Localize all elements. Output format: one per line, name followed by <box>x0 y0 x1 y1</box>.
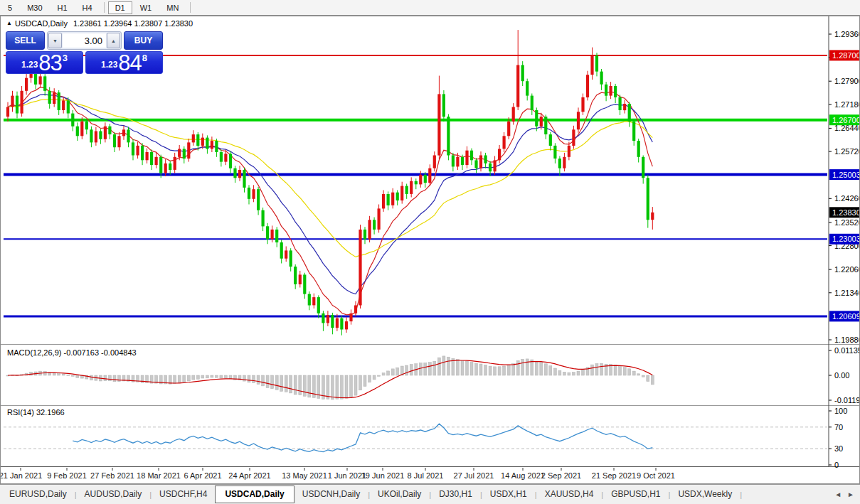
macd-histogram-bar <box>619 366 622 375</box>
collapse-triangle-icon[interactable]: ▲ <box>6 20 12 26</box>
candle-body <box>253 189 255 199</box>
candle-body <box>62 100 65 110</box>
volume-stepper: ▼ ▲ <box>47 31 122 50</box>
candle-body <box>243 170 245 188</box>
buy-price-cell[interactable]: 1.23 84 8 <box>85 51 163 74</box>
macd-histogram-bar <box>558 370 561 375</box>
rsi-tick-label: 70 <box>834 423 843 431</box>
candle-body <box>452 156 455 167</box>
chart-tab-gbpusd-h1[interactable]: GBPUSD,H1 <box>603 486 668 503</box>
candle-body <box>577 112 580 129</box>
candle-body <box>257 189 260 210</box>
candle-body <box>76 127 79 136</box>
macd-histogram-bar <box>475 363 478 375</box>
date-tick-label: 19 Jun 2021 <box>361 471 405 480</box>
candle-body <box>498 149 501 161</box>
date-tick-label: 27 Jul 2021 <box>454 471 494 480</box>
candle-body <box>544 117 547 134</box>
chart-tab-eurusd-daily[interactable]: EURUSD,Daily <box>1 486 75 503</box>
timeframe-button-h1[interactable]: H1 <box>51 1 75 14</box>
timeframe-button-mn[interactable]: MN <box>159 1 186 14</box>
candle-body <box>238 170 241 178</box>
date-tick-label: 21 Sep 2021 <box>592 471 636 480</box>
timeframe-button-m30[interactable]: M30 <box>20 1 49 14</box>
macd-histogram-bar <box>211 375 213 377</box>
candle-body <box>206 138 208 149</box>
candle-body <box>479 156 482 168</box>
macd-histogram-bar <box>345 375 348 398</box>
macd-histogram-bar <box>614 365 617 375</box>
macd-histogram-bar <box>303 375 306 396</box>
date-tick-label: 27 Feb 2021 <box>90 471 134 480</box>
timeframe-button-w1[interactable]: W1 <box>133 1 159 14</box>
macd-histogram-bar <box>507 365 510 376</box>
rsi-tick-label: 30 <box>834 444 843 453</box>
buy-price-prefix: 1.23 <box>101 60 117 70</box>
chart-tab-usdx-weekly[interactable]: USDX,Weekly <box>670 486 740 503</box>
macd-histogram-bar <box>623 368 626 375</box>
macd-histogram-bar <box>104 375 107 381</box>
chart-tab-usdchf-h4[interactable]: USDCHF,H4 <box>152 486 215 503</box>
sell-price-cell[interactable]: 1.23 83 3 <box>6 51 83 74</box>
candle-body <box>48 91 51 104</box>
rsi-tick-label: 0 <box>834 461 839 469</box>
candle-body <box>484 156 487 163</box>
buy-button[interactable]: BUY <box>124 31 163 50</box>
macd-histogram-bar <box>647 375 649 382</box>
timeframe-button-h4[interactable]: H4 <box>75 1 100 14</box>
pane-separator[interactable] <box>1 405 859 406</box>
macd-histogram-bar <box>257 375 260 385</box>
pane-separator[interactable] <box>1 344 859 345</box>
candle-body <box>516 65 519 107</box>
chart-symbol-label: USDCAD,Daily <box>15 19 68 28</box>
candle-body <box>39 76 42 84</box>
sell-price-main: 83 <box>38 53 61 73</box>
candle-body <box>428 168 431 183</box>
candle-body <box>568 146 570 157</box>
timeframe-button-d1[interactable]: D1 <box>108 1 132 14</box>
pane-separator[interactable] <box>1 466 859 467</box>
candle-body <box>637 141 640 157</box>
macd-histogram-bar <box>544 364 547 375</box>
candle-body <box>345 321 348 329</box>
chart-tab-xauusd-h4[interactable]: XAUUSD,H4 <box>537 486 602 503</box>
candle-body <box>290 250 292 267</box>
chart-tab-audusd-daily[interactable]: AUDUSD,Daily <box>77 486 150 503</box>
candle-body <box>563 157 566 168</box>
candle-body <box>317 297 320 313</box>
candle-body <box>494 160 497 171</box>
macd-histogram-bar <box>387 371 390 375</box>
sell-button[interactable]: SELL <box>6 31 45 50</box>
candle-body <box>150 152 153 165</box>
candle-body <box>447 117 450 155</box>
chart-tab-usdcad-daily[interactable]: USDCAD,Daily <box>215 486 294 503</box>
candle-body <box>211 141 213 149</box>
timeframe-button-5[interactable]: 5 <box>1 1 19 14</box>
volume-increase-button[interactable]: ▲ <box>107 33 120 48</box>
macd-histogram-bar <box>512 364 515 376</box>
chart-tab-ukoil-daily[interactable]: UKOil,Daily <box>370 486 429 503</box>
candle-body <box>104 127 107 139</box>
chart-canvas[interactable]: 1.293601.286401.279001.271801.264401.257… <box>1 16 859 483</box>
tab-scroll-left-icon[interactable]: ◄ <box>834 490 842 498</box>
macd-histogram-bar <box>201 375 204 378</box>
candle-body <box>391 193 394 205</box>
current-price-label: 1.23830 <box>832 208 859 217</box>
price-level-badge-label: 1.25003 <box>832 171 859 179</box>
macd-histogram-bar <box>595 364 598 376</box>
candle-body <box>610 86 612 96</box>
one-click-trading-panel: SELL ▼ ▲ BUY 1.23 83 3 <box>6 31 163 74</box>
chart-tab-usdx-h1[interactable]: USDX,H1 <box>482 486 535 503</box>
volume-decrease-button[interactable]: ▼ <box>48 33 62 48</box>
macd-histogram-bar <box>229 375 232 379</box>
candle-body <box>354 306 357 313</box>
tab-separator: | <box>740 490 742 499</box>
tab-scroll-right-icon[interactable]: ► <box>847 490 854 498</box>
chart-tab-dj30-h1[interactable]: DJ30,H1 <box>431 486 480 503</box>
chart-tab-usdcnh-daily[interactable]: USDCNH,Daily <box>294 486 368 503</box>
candle-body <box>387 194 390 205</box>
candle-body <box>85 122 88 129</box>
volume-input[interactable] <box>63 33 106 48</box>
macd-histogram-bar <box>192 375 195 380</box>
macd-histogram-bar <box>628 369 631 375</box>
